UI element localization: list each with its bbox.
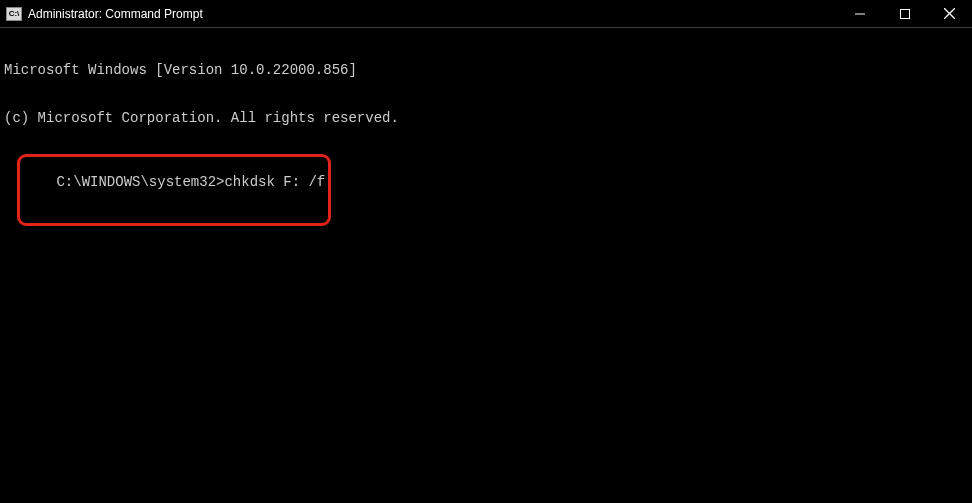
title-bar: C:\ Administrator: Command Prompt <box>0 0 972 28</box>
close-button[interactable] <box>927 0 972 27</box>
prompt-path: C:\WINDOWS\system32> <box>56 174 224 190</box>
annotation-highlight <box>17 154 331 226</box>
minimize-button[interactable] <box>837 0 882 27</box>
app-icon: C:\ <box>6 7 22 21</box>
title-bar-left: C:\ Administrator: Command Prompt <box>6 7 203 21</box>
maximize-button[interactable] <box>882 0 927 27</box>
svg-rect-1 <box>900 9 909 18</box>
copyright-line: (c) Microsoft Corporation. All rights re… <box>4 110 968 126</box>
version-line: Microsoft Windows [Version 10.0.22000.85… <box>4 62 968 78</box>
window-controls <box>837 0 972 27</box>
command-input[interactable]: chkdsk F: /f <box>224 174 325 190</box>
window-title: Administrator: Command Prompt <box>28 7 203 21</box>
terminal-output[interactable]: Microsoft Windows [Version 10.0.22000.85… <box>0 28 972 224</box>
prompt-line: C:\WINDOWS\system32>chkdsk F: /f <box>21 158 327 222</box>
